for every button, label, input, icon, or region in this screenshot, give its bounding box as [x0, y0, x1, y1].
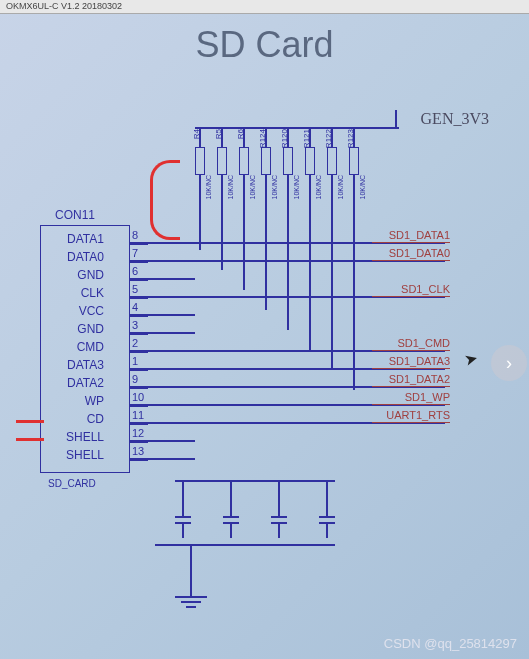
resistor-value: 10K/NC	[337, 175, 344, 200]
resistor	[195, 147, 205, 175]
pin-name: WP	[44, 394, 104, 408]
resistor	[283, 147, 293, 175]
resistor-ref: R123	[346, 129, 355, 148]
annotation-underline-cd	[16, 438, 44, 441]
cap-rail-wire	[175, 480, 335, 482]
resistor	[239, 147, 249, 175]
resistor	[327, 147, 337, 175]
pullup-drop-wire	[331, 190, 333, 370]
net-wire-stub	[155, 332, 195, 334]
resistor-value: 10K/NC	[249, 175, 256, 200]
power-flag-icon	[395, 110, 397, 128]
window-titlebar: OKMX6UL-C V1.2 20180302	[0, 0, 529, 14]
resistor-ref: R121	[302, 129, 311, 148]
pin-number: 8	[132, 229, 138, 241]
pin-name: SHELL	[44, 430, 104, 444]
resistor-ref: R124	[258, 129, 267, 148]
schematic-title: SD Card	[0, 24, 529, 66]
pin-name: VCC	[44, 304, 104, 318]
resistor-ref: R120	[280, 129, 289, 148]
gnd-bus-wire	[155, 544, 335, 546]
pullup-drop-wire	[221, 190, 223, 270]
pin-name: DATA1	[44, 232, 104, 246]
pin-name: CD	[44, 412, 104, 426]
pin-name: DATA3	[44, 358, 104, 372]
net-wire-stub	[155, 314, 195, 316]
net-wire-stub	[155, 458, 195, 460]
pin-number: 13	[132, 445, 144, 457]
pin-number: 4	[132, 301, 138, 313]
resistor	[261, 147, 271, 175]
pin-name: DATA2	[44, 376, 104, 390]
pin-name: DATA0	[44, 250, 104, 264]
pullup-drop-wire	[309, 190, 311, 350]
pin-name: GND	[44, 322, 104, 336]
watermark-text: CSDN @qq_25814297	[384, 636, 517, 651]
resistor	[349, 147, 359, 175]
net-label: SD1_DATA0	[370, 247, 450, 259]
resistor	[305, 147, 315, 175]
connector-pin-row: VCC4	[40, 304, 440, 322]
pin-name: CMD	[44, 340, 104, 354]
connector-ref: CON11	[55, 208, 95, 222]
connector-pin-row: SHELL13	[40, 448, 440, 466]
resistor-ref: R6	[236, 129, 245, 139]
net-wire-stub	[155, 278, 195, 280]
pin-number: 7	[132, 247, 138, 259]
resistor-value: 10K/NC	[293, 175, 300, 200]
capacitor	[271, 510, 287, 530]
pin-number: 11	[132, 409, 144, 421]
next-image-button[interactable]: ›	[491, 345, 527, 381]
pin-number: 5	[132, 283, 138, 295]
pullup-drop-wire	[265, 190, 267, 310]
capacitor	[223, 510, 239, 530]
resistor-value: 10K/NC	[205, 175, 212, 200]
power-net-label: GEN_3V3	[421, 110, 489, 128]
pullup-drop-wire	[353, 190, 355, 390]
annotation-underline-wp	[16, 420, 44, 423]
pin-number: 6	[132, 265, 138, 277]
gnd-drop-wire	[190, 544, 192, 572]
pin-number: 3	[132, 319, 138, 331]
net-wire-stub	[155, 440, 195, 442]
net-label: SD1_DATA3	[370, 355, 450, 367]
resistor-value: 10K/NC	[359, 175, 366, 200]
pin-name: CLK	[44, 286, 104, 300]
resistor-value: 10K/NC	[271, 175, 278, 200]
mouse-cursor-icon: ➤	[462, 349, 479, 371]
resistor-value: 10K/NC	[227, 175, 234, 200]
doc-title: OKMX6UL-C V1.2 20180302	[6, 1, 122, 11]
resistor-ref: R122	[324, 129, 333, 148]
pullup-drop-wire	[199, 190, 201, 250]
pin-number: 12	[132, 427, 144, 439]
pullup-drop-wire	[287, 190, 289, 330]
capacitor	[175, 510, 191, 530]
pin-number: 9	[132, 373, 138, 385]
net-label: SD1_DATA1	[370, 229, 450, 241]
net-label: SD1_DATA2	[370, 373, 450, 385]
pin-number: 1	[132, 355, 138, 367]
connector-pin-row: SHELL12	[40, 430, 440, 448]
pin-name: SHELL	[44, 448, 104, 462]
ground-symbol-icon	[175, 572, 207, 608]
power-rail-wire	[195, 127, 399, 129]
net-label: UART1_RTS	[370, 409, 450, 421]
capacitor	[319, 510, 335, 530]
resistor-ref: R5	[214, 129, 223, 139]
pullup-drop-wire	[243, 190, 245, 290]
annotation-mark-resistors	[150, 160, 180, 240]
pin-number: 10	[132, 391, 144, 403]
pin-name: GND	[44, 268, 104, 282]
resistor	[217, 147, 227, 175]
net-label: SD1_WP	[370, 391, 450, 403]
pin-number: 2	[132, 337, 138, 349]
resistor-value: 10K/NC	[315, 175, 322, 200]
resistor-ref: R4	[192, 129, 201, 139]
net-label: SD1_CLK	[370, 283, 450, 295]
connector-type: SD_CARD	[48, 478, 96, 489]
net-label: SD1_CMD	[370, 337, 450, 349]
